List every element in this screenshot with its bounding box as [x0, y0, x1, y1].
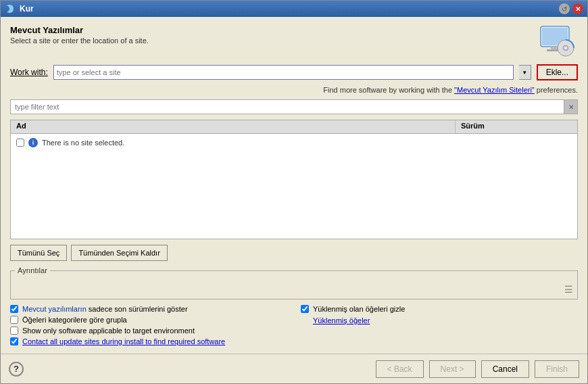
- svg-point-6: [564, 47, 567, 49]
- bottom-right: < Back Next > Cancel Finish: [376, 360, 579, 378]
- filter-clear-button[interactable]: ✕: [564, 100, 577, 114]
- table-row-checkbox[interactable]: [16, 139, 24, 147]
- monitor-icon: [537, 25, 578, 59]
- option-row-4: Contact all update sites during install …: [10, 337, 287, 345]
- refresh-button[interactable]: ↺: [559, 3, 570, 14]
- title-text: Kur: [20, 4, 34, 14]
- details-label: Ayrıntılar: [15, 266, 50, 274]
- option-label-4: Contact all update sites during install …: [22, 337, 225, 345]
- yuklenm-link[interactable]: Yüklenmiş öğeler: [313, 316, 370, 325]
- select-buttons-row: Tümünü Seç Tümünden Seçimi Kaldır: [10, 245, 578, 261]
- help-button[interactable]: ?: [9, 362, 24, 377]
- options-section: Mevcut yazılımların sadece son sürümleri…: [10, 305, 578, 345]
- back-button[interactable]: < Back: [376, 360, 424, 378]
- work-with-label: Work with:: [10, 68, 48, 77]
- finish-button[interactable]: Finish: [535, 360, 579, 378]
- header-icon: [537, 25, 578, 59]
- bottom-left: ?: [9, 362, 24, 377]
- option-row-3: Show only software applicable to target …: [10, 327, 287, 335]
- options-right: Yüklenmiş olan öğeleri gizle Yüklenmiş ö…: [301, 305, 578, 345]
- page-title: Mevcut Yazılımlar: [10, 25, 149, 35]
- next-button[interactable]: Next >: [429, 360, 476, 378]
- work-with-dropdown[interactable]: ▼: [519, 65, 531, 80]
- select-all-button[interactable]: Tümünü Seç: [10, 245, 67, 261]
- title-controls: ↺ ✕: [559, 3, 583, 14]
- work-with-row: Work with: ▼ Ekle...: [10, 64, 578, 80]
- option-row-2: Öğeleri kategorilere göre grupla: [10, 316, 287, 324]
- option-checkbox-4[interactable]: [10, 337, 18, 345]
- close-button[interactable]: ✕: [572, 3, 583, 14]
- option-checkbox-2[interactable]: [10, 316, 18, 324]
- scroll-icon: ☰: [564, 284, 573, 295]
- info-icon: i: [28, 138, 38, 147]
- option-label-5: Yüklenmiş olan öğeleri gizle: [313, 305, 405, 313]
- find-more-suffix: preferences.: [537, 86, 578, 94]
- header-text: Mevcut Yazılımlar Select a site or enter…: [10, 25, 149, 45]
- content-area: Mevcut Yazılımlar Select a site or enter…: [1, 17, 587, 354]
- option-checkbox-5[interactable]: [301, 305, 309, 313]
- yuklenm-row: Yüklenmiş öğeler: [301, 316, 578, 325]
- table-body: i There is no site selected.: [11, 134, 577, 239]
- option-label-2: Öğeleri kategorilere göre grupla: [22, 316, 127, 324]
- title-bar-left: Kur: [5, 3, 34, 14]
- option-label-rest-1: sadece son sürümlerini göster: [89, 305, 188, 313]
- option-checkbox-1[interactable]: [10, 305, 18, 313]
- table-row: i There is no site selected.: [14, 137, 574, 149]
- filter-row: ✕: [10, 99, 578, 114]
- option-row-5: Yüklenmiş olan öğeleri gizle: [301, 305, 578, 313]
- find-more-prefix: Find more software by working with the: [323, 86, 454, 94]
- main-window: Kur ↺ ✕ Mevcut Yazılımlar Select a site …: [0, 0, 588, 384]
- option-link-4[interactable]: Contact all update sites during install …: [22, 337, 225, 345]
- option-label-3: Show only software applicable to target …: [22, 327, 195, 335]
- table-header: Ad Sürüm: [11, 120, 577, 134]
- table-col-version: Sürüm: [456, 120, 577, 133]
- ekle-button[interactable]: Ekle...: [537, 64, 578, 80]
- find-more-link[interactable]: "Mevcut Yazılım Siteleri": [454, 86, 535, 94]
- option-label-1: Mevcut yazılımların sadece son sürümleri…: [22, 305, 188, 313]
- table-col-name: Ad: [11, 120, 456, 133]
- find-more-text: Find more software by working with the "…: [10, 86, 578, 94]
- deselect-all-button[interactable]: Tümünden Seçimi Kaldır: [71, 245, 167, 261]
- header-section: Mevcut Yazılımlar Select a site or enter…: [10, 25, 578, 59]
- options-left: Mevcut yazılımların sadece son sürümleri…: [10, 305, 287, 345]
- app-icon: [5, 3, 16, 14]
- page-subtitle: Select a site or enter the location of a…: [10, 37, 149, 45]
- cancel-button[interactable]: Cancel: [481, 360, 529, 378]
- details-content: ☰: [15, 276, 573, 295]
- work-with-input[interactable]: [53, 65, 514, 80]
- software-table: Ad Sürüm i There is no site selected.: [10, 120, 578, 239]
- option-label-blue-1: Mevcut yazılımların: [22, 305, 87, 313]
- title-bar: Kur ↺ ✕: [1, 1, 587, 17]
- bottom-bar: ? < Back Next > Cancel Finish: [1, 354, 587, 383]
- option-row-1: Mevcut yazılımların sadece son sürümleri…: [10, 305, 287, 313]
- details-section: Ayrıntılar ☰: [10, 266, 578, 299]
- option-checkbox-3[interactable]: [10, 327, 18, 335]
- no-site-message: There is no site selected.: [42, 139, 124, 147]
- filter-input[interactable]: [11, 103, 564, 111]
